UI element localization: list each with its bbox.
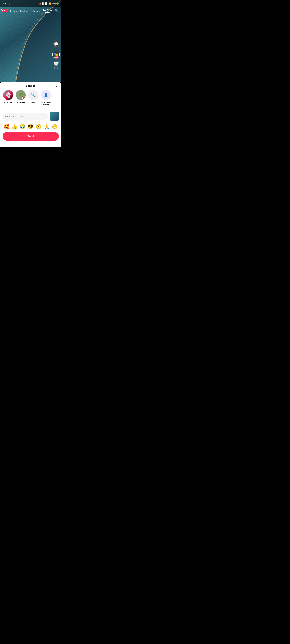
battery-label: 83% bbox=[52, 2, 56, 5]
contact-avatar-tiktok-tako: 👻 bbox=[3, 90, 13, 100]
status-right: 🔕 ▌▌▌▌ 📶 83% 🟢 bbox=[39, 2, 59, 5]
video-thumbnail bbox=[50, 112, 59, 121]
live-badge[interactable]: LIVE bbox=[2, 10, 8, 12]
emoji-love[interactable]: 🥰 bbox=[4, 124, 10, 130]
invite-icon: 👤 bbox=[44, 92, 48, 98]
contact-label-invite: Invite friends to chat bbox=[40, 101, 52, 106]
contacts-row: 👻 TikTok Tako 🌿 ✓ Lauren Deli 🔍 More 👤 I… bbox=[0, 90, 61, 109]
contact-label-more: More bbox=[31, 101, 36, 104]
mute-icon: 🔕 bbox=[39, 2, 41, 5]
profile-button[interactable]: 🎭 + bbox=[52, 51, 60, 58]
battery-dot: 🟢 bbox=[56, 2, 59, 5]
signal-icon: ▌▌▌▌ bbox=[42, 2, 48, 5]
message-area bbox=[0, 111, 61, 122]
tab-friends[interactable]: Friends bbox=[10, 10, 18, 12]
emoji-laughing[interactable]: 😂 bbox=[20, 124, 26, 130]
send-button[interactable]: Send bbox=[2, 132, 59, 141]
status-left: 8:44 📷 bbox=[2, 2, 11, 5]
selected-check-badge: ✓ bbox=[22, 96, 26, 100]
tab-indicator bbox=[45, 12, 50, 12]
tako-ghost-icon: 👻 bbox=[5, 92, 11, 98]
contact-avatar-more: 🔍 bbox=[28, 90, 38, 100]
contact-avatar-invite: 👤 bbox=[41, 90, 51, 100]
emoji-row: 🥰 👍 😂 😎 🥺 🙏 😁 bbox=[0, 122, 61, 132]
action-buttons: 💬 🎭 + 🤍 8.6M bbox=[52, 40, 60, 69]
search-more-icon: 🔍 bbox=[31, 92, 36, 98]
nav-tabs: Friends Explore Following For You bbox=[10, 9, 52, 12]
search-button[interactable]: 🔍 bbox=[54, 8, 60, 14]
status-bar: 8:44 📷 🔕 ▌▌▌▌ 📶 83% 🟢 bbox=[0, 0, 61, 7]
close-button[interactable]: × bbox=[54, 84, 59, 89]
emoji-thumbsup[interactable]: 👍 bbox=[12, 124, 18, 130]
home-bar bbox=[21, 145, 40, 146]
panel-title: Send to bbox=[0, 84, 61, 88]
emoji-pray[interactable]: 🙏 bbox=[44, 124, 50, 130]
share-panel: Send to × 👻 TikTok Tako 🌿 ✓ Lauren Deli … bbox=[0, 82, 61, 147]
contact-label-tiktok-tako: TikTok Tako bbox=[3, 101, 13, 104]
contact-tiktok-tako[interactable]: 👻 TikTok Tako bbox=[2, 90, 14, 106]
avatar-wrap: 🎭 + bbox=[52, 51, 60, 58]
like-button[interactable]: 🤍 8.6M bbox=[53, 61, 59, 69]
heart-icon: 🤍 bbox=[53, 61, 59, 66]
contact-invite[interactable]: 👤 Invite friends to chat bbox=[40, 90, 52, 106]
emoji-sunglasses[interactable]: 😎 bbox=[28, 124, 34, 130]
contact-label-lauren: Lauren Deli bbox=[16, 101, 26, 104]
like-count: 8.6M bbox=[54, 67, 58, 69]
contact-lauren[interactable]: 🌿 ✓ Lauren Deli bbox=[15, 90, 26, 106]
contact-avatar-lauren: 🌿 ✓ bbox=[16, 90, 26, 100]
camera-icon: 📷 bbox=[8, 2, 11, 5]
comment-icon-circle: 💬 bbox=[52, 40, 60, 48]
lauren-photo-icon: 🌿 bbox=[18, 92, 23, 98]
home-indicator-area bbox=[0, 143, 61, 147]
tab-for-you-wrap: For You bbox=[42, 9, 52, 12]
wifi-icon: 📶 bbox=[48, 2, 51, 5]
status-time: 8:44 bbox=[2, 2, 7, 5]
emoji-pleading[interactable]: 🥺 bbox=[36, 124, 42, 130]
contact-more[interactable]: 🔍 More bbox=[28, 90, 39, 106]
comment-button[interactable]: 💬 bbox=[52, 40, 60, 48]
comment-icon: 💬 bbox=[54, 42, 58, 46]
tab-explore[interactable]: Explore bbox=[20, 10, 28, 12]
message-input[interactable] bbox=[2, 113, 48, 120]
follow-plus-icon: + bbox=[54, 56, 58, 59]
tab-following[interactable]: Following bbox=[30, 10, 40, 12]
emoji-grin[interactable]: 😁 bbox=[52, 124, 58, 130]
tab-for-you[interactable]: For You bbox=[42, 9, 52, 12]
top-nav: LIVE Friends Explore Following For You 🔍 bbox=[0, 7, 61, 15]
